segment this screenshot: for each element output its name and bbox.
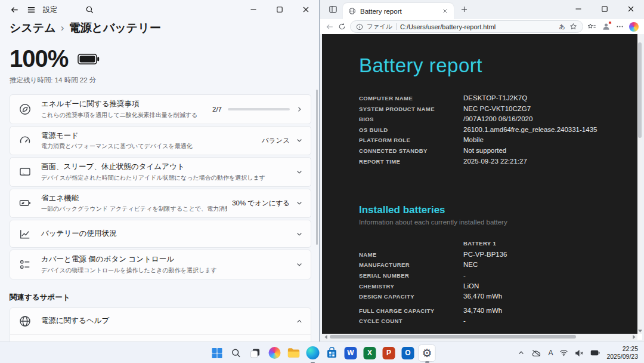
- edge-icon: [306, 346, 319, 359]
- table-row: SERIAL NUMBER-: [359, 272, 637, 282]
- scroll-left-arrow-icon[interactable]: [322, 335, 329, 339]
- scrollbar-thumb[interactable]: [330, 335, 576, 339]
- battery-percent: 100%: [10, 45, 68, 72]
- card-battery-usage[interactable]: バッテリーの使用状況: [10, 220, 311, 248]
- maximize-icon[interactable]: [267, 0, 293, 19]
- close-icon[interactable]: [293, 0, 319, 19]
- onedrive-cloud-icon[interactable]: [531, 349, 541, 357]
- favorite-star-icon[interactable]: [569, 23, 577, 30]
- notification-dot: [608, 21, 612, 24]
- settings-scrollbar[interactable]: [316, 90, 318, 245]
- battery-report-page: Battery report COMPUTER NAMEDESKTOP-T1J2…: [322, 34, 637, 334]
- chevron-up-icon: [296, 318, 303, 325]
- row-label: REPORT TIME: [359, 158, 463, 165]
- row-value: -: [463, 317, 466, 324]
- power-help-header[interactable]: 電源に関するヘルプ: [10, 308, 311, 334]
- store-button[interactable]: [323, 344, 340, 362]
- card-energy-recommendations[interactable]: エネルギーに関する推奨事項 これらの推奨事項を適用して二酸化炭素排出量を削減する…: [10, 94, 311, 124]
- outlook-button[interactable]: O: [400, 344, 417, 362]
- address-divider: [396, 23, 397, 30]
- row-label: BIOS: [359, 116, 463, 122]
- minimize-icon[interactable]: [240, 0, 267, 19]
- word-button[interactable]: W: [342, 344, 360, 362]
- row-value: -: [463, 272, 466, 279]
- report-title: Battery report: [359, 54, 637, 77]
- card-lid-power-button-controls[interactable]: カバーと電源 個のボタン コントロール デバイスの物理コントロールを操作したとき…: [10, 250, 311, 279]
- card-right: 30% でオンにする: [232, 199, 303, 208]
- back-icon[interactable]: [6, 1, 23, 18]
- section-heading: Installed batteries: [359, 204, 637, 216]
- tab-actions-icon[interactable]: [325, 1, 340, 17]
- row-label: FULL CHARGE CAPACITY: [359, 307, 463, 314]
- vertical-scrollbar[interactable]: [637, 34, 642, 334]
- volume-muted-icon[interactable]: [575, 349, 584, 357]
- search-icon[interactable]: [81, 1, 98, 18]
- taskbar-search-button[interactable]: [228, 344, 245, 362]
- row-label: MANUFACTURER: [359, 262, 463, 268]
- table-row: CYCLE COUNT-: [359, 317, 637, 328]
- running-indicator: [425, 361, 429, 363]
- edge-toolbar: ファイル C:/Users/user/battery-report.html あ: [320, 19, 644, 34]
- card-right: バランス: [262, 136, 303, 145]
- address-bar[interactable]: ファイル C:/Users/user/battery-report.html あ: [350, 20, 583, 33]
- url-scheme-label: ファイル: [367, 23, 392, 31]
- copilot-button[interactable]: [266, 344, 283, 362]
- file-explorer-button[interactable]: [285, 344, 302, 362]
- row-value: DESKTOP-T1J2K7Q: [463, 94, 527, 101]
- card-text: 省エネ機能 一部のバックグラウンド アクティビティを制限することで、電力消費を削…: [41, 193, 227, 214]
- card-screen-sleep-timeouts[interactable]: 画面、スリープ、休止状態のタイムアウト デバイスが指定された時間にわたりアイドル…: [10, 157, 311, 187]
- leaf-icon: [19, 103, 32, 115]
- refresh-icon[interactable]: [338, 23, 346, 30]
- edge-button[interactable]: [304, 344, 321, 362]
- recommendations-count: 2/7: [212, 106, 222, 113]
- task-view-button[interactable]: [247, 344, 264, 362]
- scroll-down-arrow-icon[interactable]: [637, 330, 642, 333]
- page-title: 電源とバッテリー: [69, 20, 160, 36]
- maximize-icon[interactable]: [592, 0, 618, 18]
- search-icon: [231, 348, 242, 358]
- controls-list-icon: [19, 259, 32, 270]
- settings-button-active[interactable]: ⚙: [419, 344, 436, 362]
- wifi-icon[interactable]: [559, 349, 568, 356]
- scrollbar-thumb[interactable]: [638, 42, 642, 138]
- favorites-bar-icon[interactable]: [587, 23, 596, 31]
- close-icon[interactable]: [618, 0, 644, 18]
- powerpoint-button[interactable]: P: [380, 344, 398, 362]
- chevron-down-icon: [296, 230, 303, 238]
- card-text: バッテリーの使用状況: [41, 229, 291, 239]
- energy-saver-value: 30% でオンにする: [232, 199, 290, 208]
- toolbar-right-icons: [587, 22, 639, 32]
- tab-battery-report[interactable]: Battery report: [343, 3, 454, 19]
- info-icon[interactable]: [356, 23, 363, 30]
- power-help-card: 電源に関するヘルプ Windows PC を自動的にロックする: [10, 307, 311, 342]
- copilot-icon[interactable]: [629, 22, 639, 32]
- profile-avatar[interactable]: [602, 22, 611, 31]
- new-tab-icon[interactable]: [456, 1, 472, 17]
- tab-close-icon[interactable]: [440, 7, 450, 16]
- card-right: 2/7: [212, 106, 303, 113]
- system-info-table: COMPUTER NAMEDESKTOP-T1J2K7Q SYSTEM PROD…: [359, 94, 637, 168]
- excel-button[interactable]: X: [361, 344, 379, 362]
- card-subtitle: デバイスが指定された時間にわたりアイドル状態になった場合の動作を選択します: [41, 174, 291, 182]
- start-button[interactable]: [209, 344, 226, 362]
- globe-help-icon: [19, 315, 32, 327]
- table-row: CONNECTED STANDBYNot supported: [359, 147, 637, 158]
- card-power-mode[interactable]: 電源モード 電力消費とパフォーマンスに基づいてデバイスを最適化 バランス: [10, 126, 311, 156]
- battery-tray-icon[interactable]: [590, 349, 600, 356]
- tray-chevron-up-icon[interactable]: [518, 349, 525, 356]
- horizontal-scrollbar[interactable]: [322, 334, 637, 340]
- battery-report: Battery report COMPUTER NAMEDESKTOP-T1J2…: [322, 34, 637, 328]
- minimize-icon[interactable]: [565, 0, 592, 18]
- breadcrumb-parent[interactable]: システム: [10, 20, 56, 36]
- card-energy-saver[interactable]: 省エネ機能 一部のバックグラウンド アクティビティを制限することで、電力消費を削…: [10, 189, 311, 219]
- ime-mode-indicator[interactable]: A: [548, 349, 553, 357]
- taskbar-clock[interactable]: 22:25 2025/09/23: [606, 345, 638, 361]
- url-text[interactable]: C:/Users/user/battery-report.html: [400, 23, 556, 30]
- hamburger-menu-icon[interactable]: [23, 1, 39, 18]
- scroll-right-arrow-icon[interactable]: [630, 335, 637, 339]
- edge-content-area: Battery report COMPUTER NAMEDESKTOP-T1J2…: [322, 34, 642, 340]
- translate-icon[interactable]: あ: [559, 23, 565, 31]
- back-icon[interactable]: [326, 23, 334, 31]
- more-menu-icon[interactable]: [616, 23, 624, 30]
- card-right: [296, 230, 303, 238]
